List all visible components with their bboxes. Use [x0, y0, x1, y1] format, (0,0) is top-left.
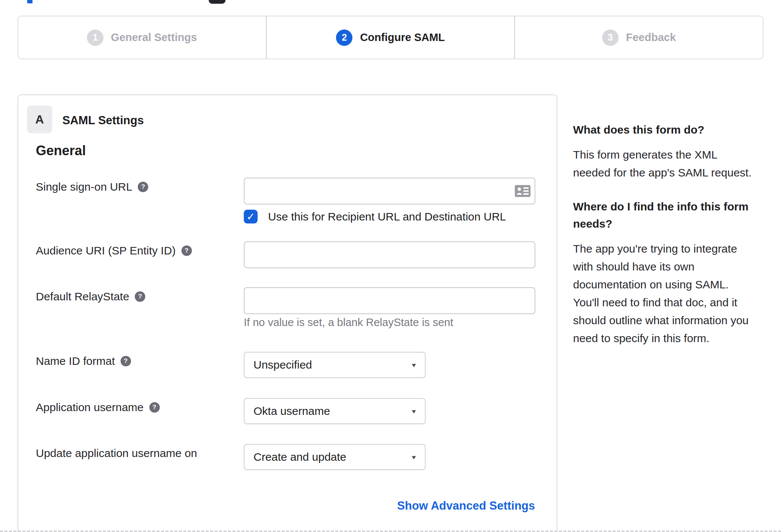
field-label-text: Application username: [36, 401, 144, 414]
step-label: General Settings: [111, 31, 197, 44]
application-username-label: Application username ?: [36, 401, 160, 414]
sidebar-heading-what: What does this form do?: [573, 121, 757, 138]
update-username-on-select[interactable]: Create and update ▼: [244, 444, 426, 470]
step-number-badge: 2: [336, 29, 352, 46]
field-label-text: Name ID format: [36, 355, 115, 367]
recipient-url-checkbox-row[interactable]: ✓ Use this for Recipient URL and Destina…: [244, 210, 506, 223]
select-value: Unspecified: [253, 359, 312, 371]
general-group-title: General: [36, 143, 86, 159]
step-label: Configure SAML: [360, 31, 445, 44]
help-icon[interactable]: ?: [121, 356, 131, 366]
step-number-badge: 1: [87, 29, 103, 46]
select-value: Create and update: [253, 451, 346, 463]
section-title: SAML Settings: [62, 114, 144, 127]
help-sidebar: What does this form do? This form genera…: [573, 121, 757, 364]
saml-configuration-page: 1 General Settings 2 Configure SAML 3 Fe…: [0, 0, 781, 532]
help-icon[interactable]: ?: [181, 245, 192, 256]
update-username-on-label: Update application username on: [36, 447, 197, 460]
dropdown-arrow-icon: ▼: [410, 408, 417, 414]
single-sign-on-url-label: Single sign-on URL ?: [36, 181, 148, 193]
cutoff-title-fragment-blue: [27, 0, 32, 3]
sidebar-heading-where: Where do I find the info this form needs…: [573, 198, 757, 232]
select-value: Okta username: [253, 405, 330, 417]
dropdown-arrow-icon: ▼: [410, 362, 417, 368]
application-username-select[interactable]: Okta username ▼: [244, 398, 426, 424]
field-label-text: Single sign-on URL: [36, 181, 132, 193]
saml-settings-panel: A SAML Settings General Single sign-on U…: [18, 94, 557, 532]
field-label-text: Update application username on: [36, 447, 197, 460]
step-general-settings[interactable]: 1 General Settings: [18, 16, 266, 59]
name-id-format-label: Name ID format ?: [36, 355, 131, 367]
relaystate-hint: If no value is set, a blank RelayState i…: [244, 316, 453, 329]
audience-uri-label: Audience URI (SP Entity ID) ?: [36, 244, 192, 257]
help-icon[interactable]: ?: [149, 402, 160, 413]
help-icon[interactable]: ?: [138, 182, 148, 192]
field-label-text: Default RelayState: [36, 290, 129, 303]
name-id-format-select[interactable]: Unspecified ▼: [244, 352, 426, 378]
step-feedback[interactable]: 3 Feedback: [514, 16, 763, 59]
section-a-badge: A: [27, 106, 52, 133]
dashed-divider: [0, 531, 781, 532]
audience-uri-input[interactable]: [244, 241, 535, 268]
sidebar-body-what: This form generates the XML needed for t…: [573, 146, 757, 182]
help-icon[interactable]: ?: [135, 291, 145, 302]
single-sign-on-url-input[interactable]: [244, 178, 535, 204]
checkbox-label: Use this for Recipient URL and Destinati…: [268, 210, 506, 223]
default-relaystate-label: Default RelayState ?: [36, 290, 145, 303]
cutoff-logo-fragment: [209, 0, 225, 4]
step-number-badge: 3: [602, 29, 619, 46]
wizard-stepper: 1 General Settings 2 Configure SAML 3 Fe…: [18, 16, 763, 59]
dropdown-arrow-icon: ▼: [410, 454, 417, 460]
sidebar-body-where: The app you're trying to integrate with …: [573, 240, 757, 347]
step-configure-saml[interactable]: 2 Configure SAML: [266, 16, 514, 59]
default-relaystate-input[interactable]: [244, 287, 535, 314]
show-advanced-settings-link[interactable]: Show Advanced Settings: [397, 499, 535, 513]
checkbox-checked[interactable]: ✓: [244, 210, 258, 223]
step-label: Feedback: [626, 31, 676, 44]
field-label-text: Audience URI (SP Entity ID): [36, 244, 176, 257]
